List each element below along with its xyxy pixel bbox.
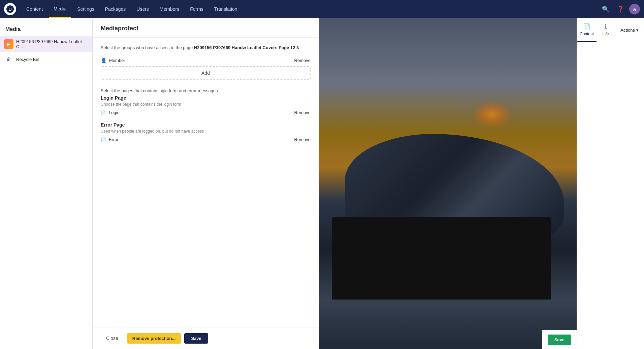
- add-button-row: Add: [101, 66, 311, 80]
- login-doc-icon: [101, 110, 106, 115]
- add-button[interactable]: Add: [105, 70, 307, 76]
- car-image: [319, 18, 577, 349]
- nav-item-members[interactable]: Members: [155, 0, 184, 18]
- tab-content[interactable]: 📄 Content: [577, 18, 597, 42]
- content-area: Mediaprotect Select the groups who have …: [93, 18, 644, 349]
- error-page-section: Error Page Used when people are logged o…: [101, 122, 311, 142]
- member-icon: [101, 58, 106, 63]
- panel-title: Mediaprotect: [101, 25, 311, 32]
- panel-header: Mediaprotect: [93, 18, 319, 38]
- login-page-item-left: Login: [101, 110, 120, 115]
- help-icon[interactable]: ❓: [614, 3, 626, 15]
- remove-protection-button[interactable]: Remove protection...: [127, 333, 181, 344]
- sidebar-item-media-file[interactable]: ▶ H209156 P397669 Handw Leaflet C...: [0, 36, 92, 52]
- nav-icons: 🔍 ❓ A: [600, 3, 640, 15]
- right-panel-tabs: 📄 Content ℹ Info Actions ▾: [577, 18, 644, 42]
- close-button[interactable]: Close: [101, 333, 124, 344]
- nav-item-content[interactable]: Content: [22, 0, 47, 18]
- right-panel: 📄 Content ℹ Info Actions ▾: [577, 18, 644, 349]
- error-page-title: Error Page: [101, 122, 311, 128]
- error-doc-icon: [101, 137, 106, 142]
- bottom-save-bar: Save: [542, 330, 577, 349]
- login-page-section: Login Page Choose the page that contains…: [101, 95, 311, 115]
- sun-glow: [472, 101, 512, 128]
- actions-button[interactable]: Actions ▾: [615, 18, 644, 42]
- main-layout: Media ▶ H209156 P397669 Handw Leaflet C.…: [0, 18, 644, 349]
- login-page-desc: Choose the page that contains the login …: [101, 102, 311, 107]
- tab-info[interactable]: ℹ Info: [597, 18, 615, 42]
- login-page-item-label: Login: [109, 110, 120, 115]
- member-section-row: Member Remove: [101, 58, 311, 63]
- nav-item-settings[interactable]: Settings: [72, 0, 99, 18]
- content-tab-icon: 📄: [583, 23, 590, 30]
- login-remove-link[interactable]: Remove: [294, 110, 311, 115]
- top-navigation: Content Media Settings Packages Users Me…: [0, 0, 644, 18]
- sidebar: Media ▶ H209156 P397669 Handw Leaflet C.…: [0, 18, 93, 349]
- media-file-icon: ▶: [4, 39, 13, 49]
- panel-footer: Close Remove protection... Save: [93, 327, 319, 349]
- error-page-item-row: Error Remove: [101, 137, 311, 142]
- recycle-bin-icon: 🗑: [4, 55, 13, 64]
- logo-inner: [6, 5, 14, 13]
- nav-item-forms[interactable]: Forms: [185, 0, 208, 18]
- protect-panel: Mediaprotect Select the groups who have …: [93, 18, 319, 349]
- actions-chevron-icon: ▾: [636, 28, 639, 33]
- search-icon[interactable]: 🔍: [600, 3, 612, 15]
- info-tab-icon: ℹ: [605, 23, 607, 30]
- nav-item-media[interactable]: Media: [49, 0, 71, 18]
- error-page-item-left: Error: [101, 137, 119, 142]
- user-avatar[interactable]: A: [629, 4, 640, 14]
- sidebar-heading: Media: [0, 24, 92, 36]
- bottom-save-button[interactable]: Save: [548, 335, 571, 345]
- nav-item-users[interactable]: Users: [132, 0, 154, 18]
- panel-body: Select the groups who have access to the…: [93, 38, 319, 327]
- login-page-item-row: Login Remove: [101, 110, 311, 115]
- error-page-desc: Used when people are logged on, but do n…: [101, 129, 311, 134]
- member-remove-link[interactable]: Remove: [294, 58, 311, 63]
- image-preview-area: Save: [319, 18, 577, 349]
- panel-description: Select the groups who have access to the…: [101, 44, 311, 51]
- member-label: Member: [101, 58, 125, 63]
- nav-item-translation[interactable]: Translation: [210, 0, 242, 18]
- logo[interactable]: [4, 3, 16, 15]
- sidebar-item-recycle-bin[interactable]: 🗑 Recycle Bin: [0, 52, 92, 67]
- save-button[interactable]: Save: [184, 333, 208, 344]
- error-page-item-label: Error: [109, 137, 119, 142]
- login-section-label: Select the pages that contain login form…: [101, 88, 311, 93]
- nav-item-packages[interactable]: Packages: [100, 0, 130, 18]
- login-page-title: Login Page: [101, 95, 311, 101]
- error-remove-link[interactable]: Remove: [294, 137, 311, 142]
